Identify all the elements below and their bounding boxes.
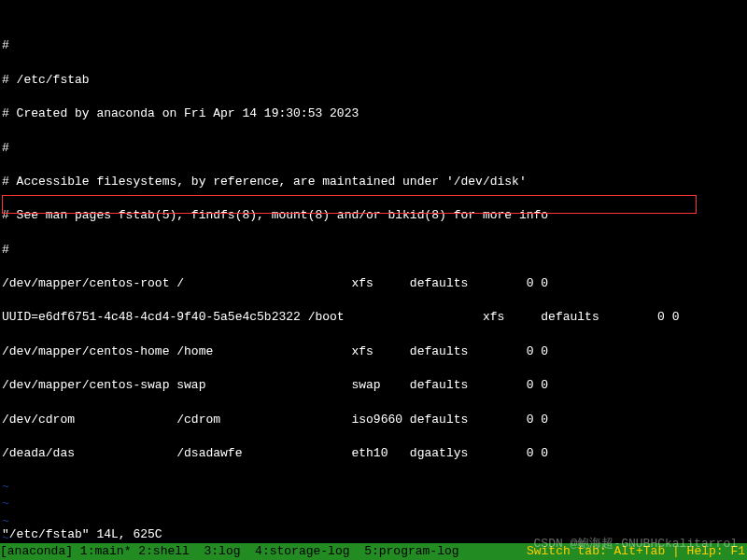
tmux-window-program-log[interactable]: 5:program-log xyxy=(364,543,466,560)
tmux-session-name[interactable]: [anaconda] xyxy=(0,543,73,560)
fstab-line: /deada/das /dsadawfe eth10 dgaatlys 0 0 xyxy=(2,445,745,462)
terminal-content: # # /etc/fstab # Created by anaconda on … xyxy=(0,0,747,560)
fstab-line: # xyxy=(2,242,745,259)
tmux-window-log[interactable]: 3:log xyxy=(204,543,247,560)
fstab-line: /dev/mapper/centos-root / xfs defaults 0… xyxy=(2,275,745,292)
fstab-line: # Accessible filesystems, by reference, … xyxy=(2,174,745,190)
fstab-line: /dev/cdrom /cdrom iso9660 defaults 0 0 xyxy=(2,412,745,428)
tmux-status-bar[interactable]: [anaconda] 1:main* 2:shell 3:log 4:stora… xyxy=(0,543,747,560)
fstab-line: /dev/mapper/centos-home /home xfs defaul… xyxy=(2,343,745,360)
tmux-window-main[interactable]: 1:main* xyxy=(80,543,132,560)
fstab-line: # xyxy=(2,37,745,54)
vim-status-line: "/etc/fstab" 14L, 625C xyxy=(2,526,162,543)
fstab-line: # Created by anaconda on Fri Apr 14 19:3… xyxy=(2,105,745,122)
fstab-line: /dev/mapper/centos-swap swap swap defaul… xyxy=(2,377,745,394)
fstab-line: # xyxy=(2,140,745,157)
fstab-line: # /etc/fstab xyxy=(2,72,745,89)
fstab-line: # See man pages fstab(5), findfs(8), mou… xyxy=(2,207,745,224)
fstab-line: UUID=e6df6751-4c48-4cd4-9f40-5a5e4c5b232… xyxy=(2,309,745,326)
tmux-help-text: Switch tab: Alt+Tab | Help: F1 xyxy=(527,543,747,560)
tmux-window-storage-log[interactable]: 4:storage-log xyxy=(255,543,357,560)
tmux-window-shell[interactable]: 2:shell xyxy=(138,543,196,560)
